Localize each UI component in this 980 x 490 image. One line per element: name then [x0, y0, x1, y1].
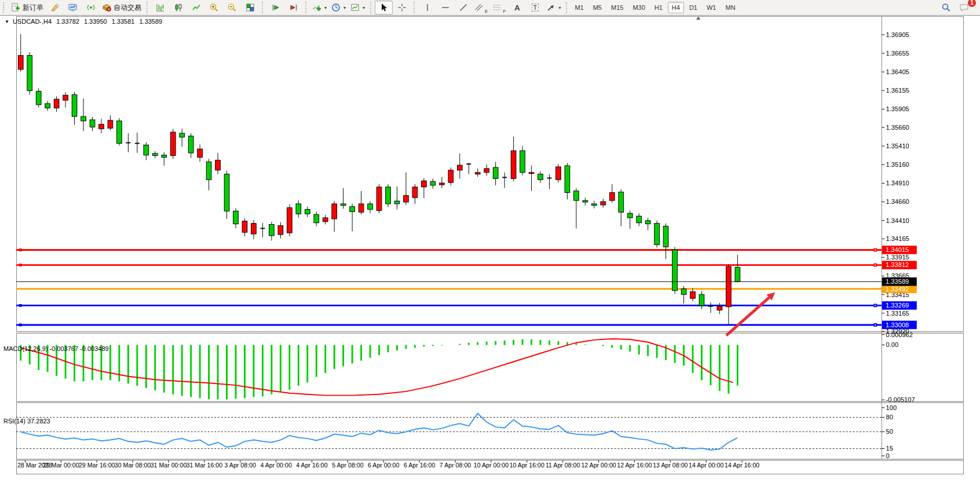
line-chart-icon [192, 3, 201, 12]
candle-body [457, 165, 462, 170]
timeframe-button-H1[interactable]: H1 [650, 2, 667, 13]
timeframe-button-MN[interactable]: MN [721, 2, 739, 13]
periods-button[interactable]: ▾ [329, 1, 348, 14]
candle-body [574, 191, 579, 200]
candlestick-chart-button[interactable] [169, 1, 187, 14]
timeframe-button-M15[interactable]: M15 [607, 2, 627, 13]
zoom-in-button[interactable] [205, 1, 223, 14]
candle-body [529, 173, 534, 174]
line-chart-button[interactable] [187, 1, 205, 14]
autotrading-button[interactable]: 自动交易 [100, 1, 144, 14]
arrows-tool-icon [546, 3, 555, 12]
signals-button[interactable] [82, 1, 100, 14]
equidistant-channel-button[interactable]: E [472, 1, 490, 14]
timeframe-button-M5[interactable]: M5 [589, 2, 606, 13]
time-tick-label: 10 Apr 16:00 [510, 462, 544, 469]
line-handle-center [875, 305, 876, 306]
text-label-button[interactable]: T [526, 1, 544, 14]
timeframe-button-W1[interactable]: W1 [703, 2, 721, 13]
tile-windows-button[interactable] [241, 1, 259, 14]
bar-chart-button[interactable] [151, 1, 169, 14]
candle-body [323, 218, 328, 222]
new-order-icon [11, 3, 20, 12]
market-watch-button[interactable] [64, 1, 82, 14]
time-tick-label: 31 Mar 00:00 [151, 462, 187, 469]
ohlc-low: 1.33581 [112, 18, 135, 25]
candle-body [645, 221, 650, 224]
candle-body [314, 214, 319, 223]
ohlc-open: 1.33782 [56, 18, 79, 25]
line-handle-left[interactable] [19, 264, 22, 266]
candle-body [117, 121, 122, 144]
vertical-line-button[interactable] [418, 1, 436, 14]
cursor-icon [380, 3, 388, 12]
candle-body [717, 306, 722, 310]
arrows-button[interactable]: ▾ [544, 1, 563, 14]
fibonacci-letter: F [503, 9, 506, 14]
line-handle-left[interactable] [19, 304, 22, 307]
text-button[interactable]: A [508, 1, 526, 14]
candle-body [27, 56, 32, 91]
candle-body [332, 204, 337, 219]
candle-body [341, 204, 346, 206]
timeframe-button-M30[interactable]: M30 [628, 2, 649, 13]
zoom-out-button[interactable] [223, 1, 241, 14]
price-tick-label: 1.34165 [886, 235, 909, 242]
toolbar-separator [566, 2, 568, 13]
toolbar-grip[interactable] [3, 2, 6, 13]
candle-body [368, 204, 373, 210]
time-tick-label: 12 Apr 00:00 [581, 462, 616, 469]
chart-canvas[interactable]: 1.369051.366551.364051.361551.359051.356… [0, 16, 980, 490]
terminal-window: 新订单 [0, 0, 980, 490]
cursor-button[interactable] [375, 1, 393, 14]
candle-body [609, 192, 615, 200]
indicators-button[interactable]: ▾ [310, 1, 329, 14]
timeframe-button-M1[interactable]: M1 [571, 2, 587, 13]
candle-body [654, 224, 660, 245]
candle-body [439, 183, 444, 185]
candle-body [162, 155, 167, 158]
price-badge-label: 1.34015 [886, 246, 909, 253]
candle-body [188, 136, 193, 153]
collapse-ohlc-icon[interactable]: ▼ [5, 19, 9, 24]
main-toolbar: 新订单 [0, 0, 980, 16]
line-handle-left[interactable] [19, 248, 22, 251]
search-button[interactable] [937, 1, 955, 14]
rsi-axis-label: 80 [886, 414, 893, 420]
chart-shift-button[interactable] [284, 1, 302, 14]
chart-frame [16, 16, 964, 474]
crosshair-icon [397, 3, 407, 12]
candle-body [448, 170, 454, 182]
line-handle-left[interactable] [19, 324, 22, 327]
time-tick-label: 29 Mar 00:00 [43, 462, 79, 469]
candle-body [170, 132, 175, 156]
trendline-button[interactable] [454, 1, 472, 14]
candle-body [735, 267, 740, 281]
horizontal-line-button[interactable] [436, 1, 454, 14]
candle-body [601, 202, 606, 205]
time-tick-label: 7 Apr 08:00 [440, 462, 471, 469]
candle-body [430, 181, 436, 185]
candle-body [538, 174, 543, 180]
notifications-button[interactable]: 1 [955, 1, 973, 14]
toolbar-separator [414, 2, 415, 13]
price-badge-label: 1.33492 [886, 286, 909, 292]
auto-scroll-button[interactable] [266, 1, 284, 14]
time-tick-label: 10 Apr 00:00 [474, 462, 509, 469]
templates-button[interactable]: ▾ [348, 1, 367, 14]
trendline-icon [459, 3, 468, 12]
crosshair-button[interactable] [393, 1, 411, 14]
time-tick-label: 29 Mar 16:00 [79, 462, 115, 469]
timeframe-group: M1M5M15M30H1H4D1W1MN [571, 2, 739, 13]
chart-window[interactable]: 1.369051.366551.364051.361551.359051.356… [0, 16, 980, 490]
fibonacci-button[interactable]: F [490, 1, 508, 14]
time-tick-label: 4 Apr 00:00 [260, 462, 291, 469]
metaeditor-button[interactable] [46, 1, 64, 14]
time-axis[interactable]: 28 Mar 202329 Mar 00:0029 Mar 16:0030 Ma… [17, 460, 759, 469]
timeframe-button-D1[interactable]: D1 [685, 2, 701, 13]
timeframe-button-H4[interactable]: H4 [668, 2, 684, 13]
toolbar-separator [305, 2, 307, 13]
candle-body [422, 181, 427, 187]
new-order-button[interactable]: 新订单 [9, 1, 46, 14]
time-tick-label: 11 Apr 08:00 [546, 462, 580, 469]
